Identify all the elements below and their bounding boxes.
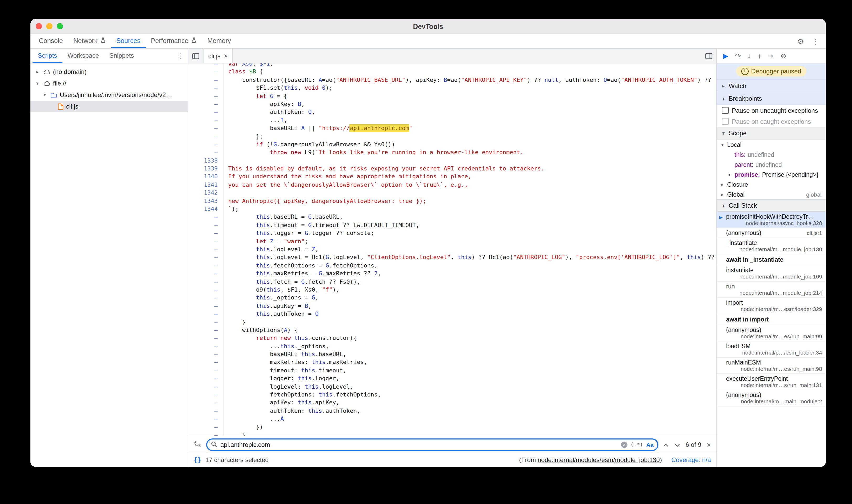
gutter-line-number[interactable]: – — [188, 310, 223, 318]
code-text[interactable]: ...this._options, — [223, 342, 329, 350]
code-text[interactable]: this.timeout = G.timeout ?? Lw.DEFAULT_T… — [223, 221, 420, 230]
tree-item-users-jinhuilee-nvm-versions-node-v2-[interactable]: ▾Users/jinhuilee/.nvm/versions/node/v2… — [31, 89, 188, 101]
breakpoints-section-header[interactable]: ▾ Breakpoints — [717, 92, 826, 105]
settings-gear-icon[interactable]: ⚙ — [794, 35, 807, 47]
code-editor[interactable]: –var Xs0, $F1,–class $B {– constructor({… — [188, 64, 716, 436]
gutter-line-number[interactable]: – — [188, 423, 223, 431]
tab-console[interactable]: Console — [34, 34, 68, 48]
code-text[interactable]: ...I, — [223, 116, 287, 124]
scope-caret-icon[interactable]: ▸ — [727, 172, 732, 177]
scope-section-header[interactable]: ▾ Scope — [717, 127, 826, 140]
search-query-text[interactable]: api.anthropic.com — [220, 441, 618, 448]
tab-sources[interactable]: Sources — [111, 34, 146, 48]
gutter-line-number[interactable]: – — [188, 213, 223, 221]
code-text[interactable]: baseURL: A || "https://api.anthropic.com… — [223, 124, 412, 132]
callstack-frame[interactable]: loadESMnode:internal/p…/esm_loader:34 — [717, 341, 826, 358]
gutter-line-number[interactable]: – — [188, 141, 223, 149]
gutter-line-number[interactable]: – — [188, 302, 223, 310]
gutter-line-number[interactable]: – — [188, 294, 223, 302]
gutter-line-number[interactable]: – — [188, 342, 223, 350]
step-over-icon[interactable]: ↷ — [735, 52, 741, 59]
step-icon[interactable]: ⇥ — [768, 52, 774, 59]
gutter-line-number[interactable]: – — [188, 350, 223, 358]
breakpoint-item[interactable]: Pause on uncaught exceptions — [717, 105, 826, 116]
next-match-icon[interactable] — [674, 440, 680, 449]
code-text[interactable]: class $B { — [223, 68, 263, 76]
close-window-button[interactable] — [36, 23, 42, 29]
code-text[interactable]: this.apiKey = B, — [223, 302, 312, 310]
code-text[interactable]: `); — [223, 205, 239, 213]
code-text[interactable]: this.baseURL = G.baseURL, — [223, 213, 343, 221]
callstack-frame[interactable]: instantiatenode:internal/m…module_job:10… — [717, 265, 826, 282]
scope-row-global[interactable]: ▸Globalglobal — [717, 189, 826, 199]
gutter-line-number[interactable]: – — [188, 68, 223, 76]
code-text[interactable]: authToken: Q, — [223, 108, 315, 116]
close-tab-icon[interactable]: × — [224, 52, 228, 59]
code-text[interactable]: this._options = G, — [223, 294, 318, 302]
code-text[interactable]: this.logLevel = Hc1(G.logLevel, "ClientO… — [223, 254, 715, 262]
resume-icon[interactable]: ▶ — [723, 52, 728, 59]
gutter-line-number[interactable]: – — [188, 108, 223, 116]
code-text[interactable]: } — [223, 431, 246, 436]
gutter-line-number[interactable]: – — [188, 407, 223, 415]
gutter-line-number[interactable]: 1339 — [188, 165, 223, 173]
gutter-line-number[interactable]: 1338 — [188, 157, 223, 165]
scope-row-promise[interactable]: ▸promise:Promise {<pending>} — [717, 169, 826, 179]
gutter-line-number[interactable]: – — [188, 132, 223, 141]
gutter-line-number[interactable]: – — [188, 246, 223, 254]
code-text[interactable]: this.fetch = G.fetch ?? Fs0(), — [223, 278, 360, 286]
gutter-line-number[interactable]: – — [188, 278, 223, 286]
gutter-line-number[interactable]: – — [188, 366, 223, 375]
gutter-line-number[interactable]: – — [188, 76, 223, 84]
toggle-panel-button[interactable] — [702, 49, 716, 63]
clear-search-icon[interactable]: × — [621, 441, 627, 448]
code-text[interactable]: throw new L9(`It looks like you're runni… — [223, 149, 523, 157]
checkbox[interactable] — [722, 107, 729, 114]
code-text[interactable]: you can set the \`dangerouslyAllowBrowse… — [223, 181, 468, 189]
gutter-line-number[interactable]: – — [188, 326, 223, 334]
gutter-line-number[interactable]: – — [188, 286, 223, 294]
gutter-line-number[interactable]: – — [188, 431, 223, 436]
gutter-line-number[interactable]: – — [188, 221, 223, 230]
code-text[interactable]: return new this.constructor({ — [223, 334, 357, 342]
callstack-frame[interactable]: runMainESMnode:internal/m…es/run_main:98 — [717, 358, 826, 374]
code-text[interactable]: this.maxRetries = G.maxRetries ?? 2, — [223, 270, 381, 278]
gutter-line-number[interactable]: – — [188, 237, 223, 246]
gutter-line-number[interactable]: – — [188, 270, 223, 278]
callstack-frame[interactable]: (anonymous)node:internal/m…es/run_main:9… — [717, 325, 826, 341]
gutter-line-number[interactable]: – — [188, 64, 223, 68]
code-text[interactable]: this.logLevel = Z, — [223, 246, 318, 254]
gutter-line-number[interactable]: – — [188, 262, 223, 270]
callstack-frame[interactable]: (anonymous)cli.js:1 — [717, 228, 826, 238]
caret-right-icon[interactable]: ▸ — [721, 83, 726, 88]
sidebar-tab-scripts[interactable]: Scripts — [33, 49, 62, 63]
gutter-line-number[interactable]: – — [188, 334, 223, 342]
close-find-icon[interactable]: × — [707, 440, 711, 449]
step-out-icon[interactable]: ↑ — [758, 52, 761, 59]
tree-caret-icon[interactable]: ▸ — [35, 69, 40, 74]
code-text[interactable]: timeout: this.timeout, — [223, 366, 346, 375]
gutter-line-number[interactable]: 1341 — [188, 181, 223, 189]
gutter-line-number[interactable]: 1343 — [188, 197, 223, 205]
gutter-line-number[interactable]: – — [188, 149, 223, 157]
code-text[interactable]: withOptions(A) { — [223, 326, 298, 334]
code-text[interactable]: constructor({baseURL: A=ao("ANTHROPIC_BA… — [223, 76, 711, 84]
zoom-window-button[interactable] — [57, 23, 63, 29]
scope-caret-icon[interactable]: ▸ — [720, 192, 725, 197]
code-text[interactable]: maxRetries: this.maxRetries, — [223, 358, 367, 366]
tree-item--no-domain-[interactable]: ▸(no domain) — [31, 66, 188, 78]
tab-memory[interactable]: Memory — [202, 34, 236, 48]
caret-down-icon[interactable]: ▾ — [721, 131, 726, 136]
step-into-icon[interactable]: ↓ — [748, 52, 751, 59]
code-text[interactable]: authToken: this.authToken, — [223, 407, 360, 415]
callstack-frame[interactable]: ▶promiseInitHookWithDestroyTr…node:inter… — [717, 212, 826, 228]
gutter-line-number[interactable]: – — [188, 383, 223, 391]
code-text[interactable]: let G = { — [223, 92, 287, 100]
gutter-line-number[interactable]: 1340 — [188, 173, 223, 181]
callstack-frame[interactable]: executeUserEntryPointnode:internal/m…s/r… — [717, 374, 826, 390]
deactivate-breakpoints-icon[interactable]: ⊘ — [781, 52, 786, 59]
code-text[interactable]: }; — [223, 132, 263, 141]
tree-item-cli-js[interactable]: cli.js — [31, 101, 188, 112]
tree-caret-icon[interactable]: ▾ — [35, 81, 40, 86]
code-text[interactable]: apiKey: B, — [223, 100, 304, 108]
